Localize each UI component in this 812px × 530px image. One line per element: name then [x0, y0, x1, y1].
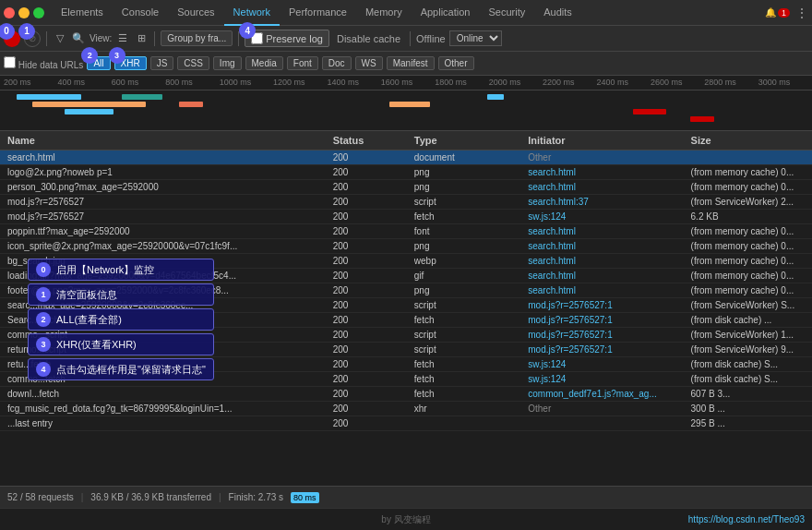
table-row[interactable]: searc...max_age=25920008&v=2c8fc360ec...…: [0, 298, 812, 313]
disable-cache-label[interactable]: Disable cache: [333, 31, 404, 46]
bell-icon: 🔔: [765, 7, 776, 18]
filter-doc-button[interactable]: Doc: [322, 56, 352, 70]
table-row[interactable]: commo...fetch 200 fetch sw.js:124 (from …: [0, 372, 812, 387]
time-suffix: 80 ms: [291, 492, 319, 503]
more-options-icon[interactable]: ⋮: [795, 6, 808, 20]
cell-type: document: [414, 152, 528, 163]
filter-other-button[interactable]: Other: [438, 56, 474, 70]
timeline-bar-3: [65, 109, 113, 114]
list-view-icon[interactable]: ☰: [115, 31, 130, 46]
tick-2800: 2800 ms: [704, 76, 758, 87]
table-row[interactable]: commo...script 200 script mod.js?r=25765…: [0, 328, 812, 343]
cell-status: 200: [333, 344, 414, 355]
filter-css-button[interactable]: CSS: [177, 56, 209, 70]
col-header-status[interactable]: Status: [333, 135, 414, 146]
table-row[interactable]: Searc...fetch 200 fetch mod.js?r=2576527…: [0, 313, 812, 328]
requests-count: 52 / 58 requests: [7, 492, 74, 502]
timeline-bar-2: [32, 102, 146, 107]
cell-status: 200: [333, 241, 414, 251]
offline-label[interactable]: Offline: [416, 33, 446, 44]
window-max-btn[interactable]: [33, 7, 44, 18]
timeline-bar-5: [179, 102, 203, 107]
cell-type: gif: [414, 271, 528, 281]
col-header-initiator[interactable]: Initiator: [528, 135, 690, 146]
grid-view-icon[interactable]: ⊞: [134, 31, 149, 46]
tab-elements[interactable]: Elements: [52, 0, 113, 26]
cell-status: 200: [333, 197, 414, 207]
tab-security[interactable]: Security: [479, 0, 534, 26]
cell-initiator: sw.js:124: [528, 211, 690, 222]
timeline-bar-6: [633, 109, 665, 114]
filter-icon[interactable]: ▽: [53, 31, 67, 46]
tick-3000: 3000 ms: [758, 76, 812, 87]
table-row[interactable]: bg_search.jpg 200 webp search.html (from…: [0, 254, 812, 269]
cell-name: commo...fetch: [7, 374, 333, 384]
filter-img-button[interactable]: Img: [213, 56, 242, 70]
tick-1200: 1200 ms: [273, 76, 327, 87]
table-row[interactable]: returno...script 200 script mod.js?r=257…: [0, 343, 812, 357]
cell-status: 200: [333, 315, 414, 325]
table-row[interactable]: icon_sprite@2x.png?max_age=25920000&v=07…: [0, 239, 812, 254]
tick-2200: 2200 ms: [543, 76, 596, 87]
col-header-name[interactable]: Name: [7, 135, 333, 146]
network-table[interactable]: Name Status Type Initiator Size search.h…: [0, 131, 812, 486]
status-divider-1: |: [81, 492, 84, 502]
col-header-type[interactable]: Type: [414, 135, 528, 146]
tab-network[interactable]: Network: [224, 0, 280, 26]
filter-ws-button[interactable]: WS: [355, 56, 383, 70]
table-row[interactable]: poppin.ttf?max_age=2592000 200 font sear…: [0, 224, 812, 239]
online-select[interactable]: Online: [449, 30, 502, 46]
filter-js-button[interactable]: JS: [150, 56, 174, 70]
table-row[interactable]: loading.gif?max_age=25920000&v=d4e67564b…: [0, 269, 812, 283]
window-close-btn[interactable]: [4, 7, 15, 18]
tab-performance[interactable]: Performance: [280, 0, 356, 26]
cell-size: (from disk cache) S...: [691, 374, 805, 384]
table-row[interactable]: search.html 200 document Other: [0, 151, 812, 165]
cell-status: 200: [333, 359, 414, 369]
cell-initiator: search.html: [528, 271, 690, 281]
preserve-log-label[interactable]: Preserve log: [245, 30, 329, 47]
filter-manifest-button[interactable]: Manifest: [387, 56, 435, 70]
cell-initiator: search.html: [528, 241, 690, 251]
tick-2600: 2600 ms: [651, 76, 704, 87]
tick-800: 800 ms: [165, 76, 219, 87]
cell-size: (from ServiceWorker) S...: [691, 300, 805, 310]
table-row[interactable]: person_300.png?max_age=2592000 200 png s…: [0, 180, 812, 195]
cell-type: fetch: [414, 211, 528, 222]
hide-data-urls-checkbox-label[interactable]: Hide data URLs: [4, 56, 83, 70]
tab-sources[interactable]: Sources: [168, 0, 223, 26]
cell-status: 200: [333, 330, 414, 340]
tick-1000: 1000 ms: [220, 76, 273, 87]
tab-memory[interactable]: Memory: [356, 0, 412, 26]
filter-font-button[interactable]: Font: [287, 56, 318, 70]
tab-audits[interactable]: Audits: [534, 0, 581, 26]
table-row[interactable]: logo@2x.png?noweb p=1 200 png search.htm…: [0, 165, 812, 180]
hide-data-urls-checkbox[interactable]: [4, 56, 16, 68]
cell-name: ...last entry: [7, 418, 333, 428]
group-by-frame-button[interactable]: Group by fra...: [161, 30, 233, 46]
table-row[interactable]: retu...fetch 200 fetch sw.js:124 (from d…: [0, 357, 812, 372]
table-row[interactable]: mod.js?r=2576527 200 script search.html:…: [0, 195, 812, 210]
transferred-size: 36.9 KB / 36.9 KB transferred: [90, 492, 211, 502]
tab-application[interactable]: Application: [412, 0, 480, 26]
table-row[interactable]: ...last entry 200 295 B ...: [0, 416, 812, 431]
table-row[interactable]: downl...fetch 200 fetch common_dedf7e1.j…: [0, 387, 812, 402]
filter-media-button[interactable]: Media: [245, 56, 283, 70]
preserve-log-text: Preserve log: [266, 33, 323, 44]
timeline-bar-1: [17, 94, 81, 100]
table-row[interactable]: fcg_music_red_dota.fcg?g_tk=86799995&log…: [0, 402, 812, 416]
table-row[interactable]: footer@2x.png?max_age=2592000&v=2c8fc360…: [0, 283, 812, 298]
col-header-size[interactable]: Size: [691, 135, 805, 146]
attribution-link[interactable]: https://blog.csdn.net/Theo93: [688, 514, 805, 524]
cell-name: poppin.ttf?max_age=2592000: [7, 226, 333, 236]
cell-size: 6.2 KB: [691, 211, 805, 222]
window-min-btn[interactable]: [18, 7, 30, 18]
search-icon[interactable]: 🔍: [71, 31, 86, 46]
cell-size: (from disk cache) ...: [691, 315, 805, 325]
toolbar-separator-1: [46, 31, 47, 46]
tab-console[interactable]: Console: [113, 0, 168, 26]
table-row[interactable]: mod.js?r=2576527 200 fetch sw.js:124 6.2…: [0, 210, 812, 224]
cell-status: 200: [333, 226, 414, 236]
cell-type: webp: [414, 256, 528, 266]
cell-size: (from memory cache) 0...: [691, 271, 805, 281]
